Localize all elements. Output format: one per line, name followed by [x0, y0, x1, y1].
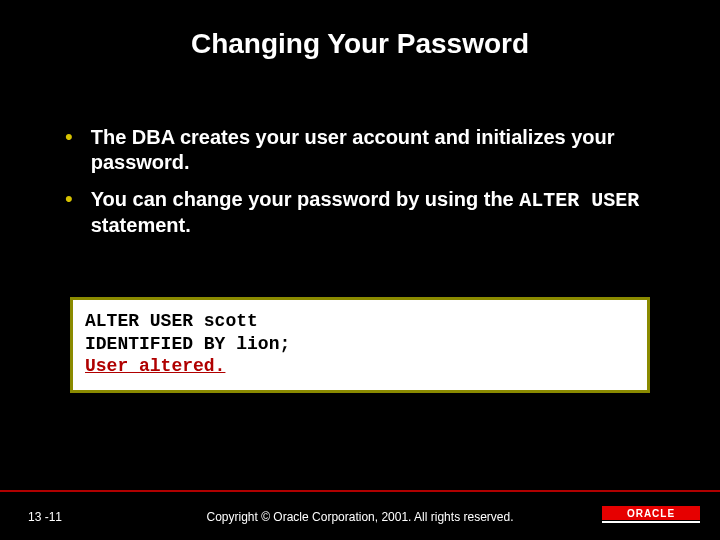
- bullet-text: You can change your password by using th…: [91, 187, 655, 238]
- code-line: IDENTIFIED BY lion;: [85, 333, 635, 356]
- bullet-icon: •: [65, 127, 73, 147]
- bullet-code: ALTER USER: [519, 189, 639, 212]
- bullet-icon: •: [65, 189, 73, 209]
- code-result: User altered.: [85, 355, 635, 378]
- footer: 13 -11 Copyright © Oracle Corporation, 2…: [0, 490, 720, 540]
- code-line: ALTER USER scott: [85, 310, 635, 333]
- slide: Changing Your Password • The DBA creates…: [0, 0, 720, 540]
- slide-title: Changing Your Password: [0, 28, 720, 60]
- code-block: ALTER USER scott IDENTIFIED BY lion; Use…: [70, 297, 650, 393]
- bullet-text-pre: You can change your password by using th…: [91, 188, 520, 210]
- logo-bar: ORACLE: [602, 506, 700, 520]
- bullet-text: The DBA creates your user account and in…: [91, 125, 655, 175]
- logo-underline: [602, 521, 700, 523]
- bullet-list: • The DBA creates your user account and …: [65, 125, 655, 250]
- footer-divider: [0, 490, 720, 492]
- oracle-logo: ORACLE: [602, 506, 700, 530]
- bullet-item: • You can change your password by using …: [65, 187, 655, 238]
- bullet-text-post: statement.: [91, 214, 191, 236]
- logo-text: ORACLE: [627, 508, 675, 519]
- bullet-item: • The DBA creates your user account and …: [65, 125, 655, 175]
